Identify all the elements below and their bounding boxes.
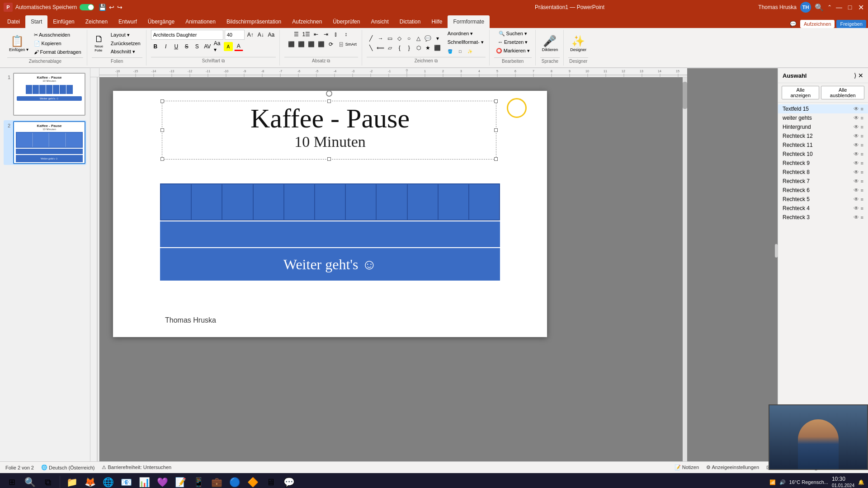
schnellformat-button[interactable]: Schnellformat- ▾ [446,38,486,46]
taskbar-app2[interactable]: 💼 [208,474,225,488]
taskbar-outlook[interactable]: 📧 [118,474,134,488]
handle-ml[interactable] [160,128,164,132]
indent-less-button[interactable]: ⇤ [311,30,321,39]
tab-bildschirm[interactable]: Bildschirmpräsentation [221,15,287,28]
layer-icon-8[interactable]: ≡ [861,178,863,184]
taskbar-app1[interactable]: 📱 [190,474,207,488]
eye-icon-8[interactable]: 👁 [854,178,859,184]
undo-icon[interactable]: ↩ [109,4,114,11]
formkontur-button[interactable]: □ [456,47,465,56]
layout-button[interactable]: Layout ▾ [109,31,142,39]
scrollbar-thumb-v[interactable] [683,82,687,109]
panel-item-rechteck9[interactable]: Rechteck 9 👁 ≡ [778,159,868,168]
tab-entwurf[interactable]: Entwurf [113,15,142,28]
layer-icon-11[interactable]: ≡ [861,206,863,211]
font-expand-icon[interactable]: ⧉ [222,58,225,63]
layer-icon-7[interactable]: ≡ [861,169,863,175]
close-panel-icon[interactable]: ✕ [858,72,863,79]
maximize-button[interactable]: □ [846,4,854,11]
shape2-7[interactable]: ★ [424,43,433,52]
shape2-6[interactable]: ⬡ [414,43,423,52]
align-right-button[interactable]: ⬛ [307,40,316,49]
shape2-1[interactable]: ╲ [367,43,376,52]
layer-icon-5[interactable]: ≡ [861,151,863,157]
handle-mr[interactable] [494,128,498,132]
eye-icon-11[interactable]: 👁 [854,205,859,211]
eye-icon-12[interactable]: 👁 [854,214,859,221]
text-align-button[interactable]: ⌻ [336,40,345,49]
tab-ansicht[interactable]: Ansicht [365,15,394,28]
language-status[interactable]: 🌐 Deutsch (Österreich) [41,465,94,470]
line-spacing-button[interactable]: ↕ [341,30,350,39]
anordnen-button[interactable]: Anordnen ▾ [446,30,486,38]
handle-tm[interactable] [327,99,331,103]
autosave-toggle[interactable] [80,4,94,10]
panel-item-weitergehts[interactable]: weiter gehts 👁 ≡ [778,113,868,122]
eye-icon-2[interactable]: 👁 [854,124,859,130]
tab-datei[interactable]: Datei [2,15,25,28]
tab-start[interactable]: Start [25,15,47,28]
show-all-button[interactable]: Alle anzeigen [782,86,819,99]
eye-icon-3[interactable]: 👁 [854,133,859,139]
handle-bl[interactable] [160,157,164,161]
columns-button[interactable]: ⫿ [331,30,340,39]
tab-aufzeichnen[interactable]: Aufzeichnen [287,15,327,28]
shape2-8[interactable]: ⬛ [433,43,442,52]
layer-icon-1[interactable]: ≡ [861,115,863,121]
view-settings-button[interactable]: ⚙ Anzeigeeinstellungen [706,465,759,470]
taskbar-taskview[interactable]: ⧉ [40,474,56,488]
font-size-input[interactable] [225,30,245,40]
tab-formformate[interactable]: Formformate [448,15,490,28]
align-center-button[interactable]: ⬛ [297,40,306,49]
eye-icon-0[interactable]: 👁 [854,106,859,112]
neue-folie-button[interactable]: 🗋 NeueFolie [92,33,106,53]
handle-bm[interactable] [327,157,331,161]
layer-icon-0[interactable]: ≡ [861,106,863,112]
ausschneiden-button[interactable]: ✂ Ausschneiden [32,31,83,39]
indent-more-button[interactable]: ⇥ [321,30,330,39]
zuruecksetzen-button[interactable]: Zurücksetzen [109,40,142,47]
taskbar-explorer[interactable]: 📁 [64,474,80,488]
shape2-5[interactable]: } [405,43,414,52]
paragraph-expand-icon[interactable]: ⧉ [327,58,330,63]
panel-item-hintergrund[interactable]: Hintergrund 👁 ≡ [778,122,868,131]
eye-icon-4[interactable]: 👁 [854,142,859,148]
panel-item-rechteck6[interactable]: Rechteck 6 👁 ≡ [778,186,868,195]
shape-callout[interactable]: 💬 [424,34,433,43]
tab-animationen[interactable]: Animationen [180,15,221,28]
smartart-button[interactable]: SmArt [346,40,355,49]
formeffekt-button[interactable]: ✨ [466,47,475,56]
eye-icon-1[interactable]: 👁 [854,115,859,121]
hide-all-button[interactable]: Alle ausblenden [821,86,864,99]
aufzeichnen-button[interactable]: Aufzeichnen [800,20,835,28]
text-direction-button[interactable]: ⟳ [326,40,335,49]
shadow-button[interactable]: S [193,42,202,51]
shape-triangle[interactable]: △ [414,34,423,43]
shape-more[interactable]: ▾ [433,34,442,43]
layer-icon-3[interactable]: ≡ [861,133,863,139]
handle-br[interactable] [494,157,498,161]
eye-icon-5[interactable]: 👁 [854,151,859,157]
tab-uebergaenge[interactable]: Übergänge [142,15,180,28]
canvas-area[interactable]: -16 -15 -14 -13 -12 -11 -10 -9 - [90,68,778,461]
redo-icon[interactable]: ↪ [117,4,123,11]
panel-item-rechteck7[interactable]: Rechteck 7 👁 ≡ [778,177,868,186]
save-icon[interactable]: 💾 [99,4,106,11]
abschnitt-button[interactable]: Abschnitt ▾ [109,48,142,56]
strikethrough-button[interactable]: S [182,42,191,51]
slide-canvas[interactable]: Kaffee - Pause 10 Minuten [113,91,547,337]
einfuegen-button[interactable]: 📋 Einfügen ▾ [7,34,30,53]
rotate-handle[interactable] [326,90,332,97]
panel-item-rechteck8[interactable]: Rechteck 8 👁 ≡ [778,168,868,177]
taskbar-powerpoint[interactable]: 📊 [136,474,152,488]
accessibility-status[interactable]: ⚠ Barrierefreiheit: Untersuchen [102,465,171,470]
eye-icon-6[interactable]: 👁 [854,160,859,166]
align-justify-button[interactable]: ⬛ [316,40,326,49]
markieren-button[interactable]: ⭕ Markieren ▾ [494,47,532,55]
layer-icon-10[interactable]: ≡ [861,197,863,202]
eye-icon-7[interactable]: 👁 [854,169,859,175]
spacing-button[interactable]: AV [203,42,212,51]
taskbar-notification[interactable]: 🔔 [858,479,864,485]
shape2-2[interactable]: ⟸ [376,43,385,52]
expand-panel-icon[interactable]: ⟩ [854,72,856,79]
